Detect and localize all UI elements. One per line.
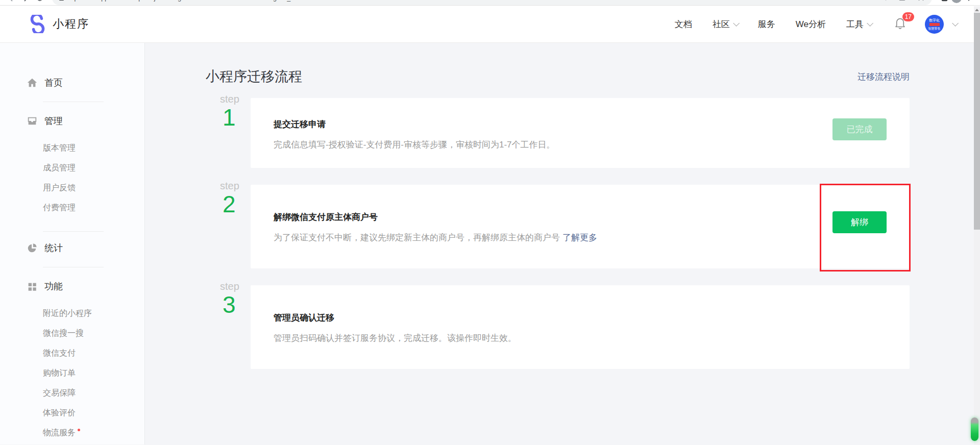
step-1-number: 1 (223, 105, 251, 130)
step-1-card: 提交迁移申请 完成信息填写-授权验证-支付费用-审核等步骤，审核时间为1-7个工… (251, 98, 910, 168)
sidebar-item-shopping-orders[interactable]: 购物订单 (0, 363, 144, 383)
floating-pen-widget[interactable] (971, 417, 978, 441)
sidebar-item-payment-manage[interactable]: 付费管理 (0, 198, 144, 218)
notification-bell-button[interactable]: 17 (894, 16, 906, 32)
avatar-red-band (929, 23, 940, 26)
nav-services[interactable]: 服务 (758, 18, 775, 30)
step-1-indicator: step 1 (220, 98, 251, 168)
step-2-desc: 为了保证支付不中断，建议先绑定新主体的商户号，再解绑原主体的商户号了解更多 (274, 232, 597, 243)
nav-we-analytics[interactable]: We分析 (796, 18, 826, 30)
nav-docs[interactable]: 文档 (675, 18, 692, 30)
miniprogram-logo[interactable]: 小程序 (28, 15, 89, 33)
account-avatar[interactable]: 数字化 智慧零售 (925, 15, 944, 34)
browser-reload-icon[interactable] (33, 0, 47, 5)
features-submenu: 附近的小程序 微信搜一搜 微信支付 购物订单 交易保障 体验评价 物流服务 (0, 304, 144, 443)
app-header: 小程序 文档 社区 服务 We分析 工具 17 数字化 智慧零售 (0, 6, 980, 43)
step-3-number: 3 (223, 292, 251, 317)
browser-forward-icon[interactable] (18, 0, 33, 5)
step-3-card: 管理员确认迁移 管理员扫码确认并签订服务协议，完成迁移。该操作即时生效。 (251, 285, 910, 369)
sidebar-item-nearby-miniprogram[interactable]: 附近的小程序 (0, 304, 144, 324)
site-info-icon[interactable] (59, 0, 64, 1)
search-icon[interactable] (879, 0, 887, 3)
chevron-down-icon (867, 20, 873, 27)
sidebar-divider (43, 231, 104, 232)
step-2-number: 2 (223, 192, 251, 216)
logo-label: 小程序 (53, 16, 89, 32)
page-title: 小程序迁移流程 (206, 68, 302, 85)
sidebar-item-transaction-guarantee[interactable]: 交易保障 (0, 383, 144, 403)
scrollbar-thumb[interactable] (974, 13, 980, 230)
learn-more-link[interactable]: 了解更多 (562, 233, 597, 242)
browser-chrome: mp.weixin.qq.com/wxamp/subjectchange/ind… (0, 0, 980, 6)
sidebar-item-statistics[interactable]: 统计 (0, 237, 144, 259)
step-1-row: step 1 提交迁移申请 完成信息填写-授权验证-支付费用-审核等步骤，审核时… (220, 98, 910, 168)
step-2-card: 解绑微信支付原主体商户号 为了保证支付不中断，建议先绑定新主体的商户号，再解绑原… (251, 185, 910, 268)
sidebar-divider (43, 102, 104, 102)
home-icon (27, 77, 38, 88)
step-1-desc: 完成信息填写-授权验证-支付费用-审核等步骤，审核时间为1-7个工作日。 (274, 139, 555, 151)
account-chevron-down-icon[interactable] (952, 20, 959, 27)
step-3-desc: 管理员扫码确认并签订服务协议，完成迁移。该操作即时生效。 (274, 332, 517, 344)
sidebar-item-user-feedback[interactable]: 用户反馈 (0, 178, 144, 198)
browser-extension-icon[interactable] (937, 0, 951, 5)
sidebar-item-experience-rating[interactable]: 体验评价 (0, 403, 144, 423)
sidebar-divider (43, 267, 104, 267)
sidebar-item-weixin-pay[interactable]: 微信支付 (0, 343, 144, 363)
sidebar: 首页 管理 版本管理 成员管理 用户反馈 付费管理 统计 功能 附近的小程序 微… (0, 43, 145, 444)
unbind-button[interactable]: 解绑 (832, 211, 887, 233)
browser-menu-icon[interactable] (962, 0, 976, 5)
address-bar[interactable]: mp.weixin.qq.com/wxamp/subjectchange/ind… (52, 0, 932, 5)
tray-icon (27, 115, 38, 127)
step-3-title: 管理员确认迁移 (274, 312, 517, 324)
grid-icon (27, 281, 38, 292)
page-scrollbar (974, 6, 980, 445)
scrollbar-up-arrow[interactable] (975, 9, 979, 11)
pie-chart-icon (27, 242, 38, 254)
sidebar-item-features[interactable]: 功能 (0, 275, 144, 298)
step-2-indicator: step 2 (220, 185, 251, 268)
nav-tools[interactable]: 工具 (846, 18, 871, 30)
step-1-title: 提交迁移申请 (274, 118, 555, 130)
share-icon[interactable] (898, 0, 906, 3)
new-feature-dot (78, 429, 80, 431)
chevron-down-icon (733, 20, 740, 27)
step-3-indicator: step 3 (220, 285, 251, 369)
step-3-row: step 3 管理员确认迁移 管理员扫码确认并签订服务协议，完成迁移。该操作即时… (220, 285, 910, 369)
bookmark-star-icon[interactable] (917, 0, 925, 3)
sidebar-item-weixin-search[interactable]: 微信搜一搜 (0, 324, 144, 343)
sidebar-item-logistics-service[interactable]: 物流服务 (0, 423, 144, 443)
sidebar-item-home[interactable]: 首页 (0, 71, 144, 94)
sidebar-item-manage[interactable]: 管理 (0, 110, 144, 132)
browser-profile-avatar[interactable] (951, 0, 962, 3)
miniprogram-logo-icon (28, 15, 46, 33)
migration-guide-link[interactable]: 迁移流程说明 (857, 71, 910, 83)
nav-community[interactable]: 社区 (713, 18, 738, 30)
url-text: mp.weixin.qq.com/wxamp/subjectchange/ind… (69, 0, 300, 2)
completed-button: 已完成 (832, 118, 887, 140)
top-nav: 文档 社区 服务 We分析 工具 (675, 18, 871, 30)
sidebar-item-version-manage[interactable]: 版本管理 (0, 138, 144, 158)
step-2-row: step 2 解绑微信支付原主体商户号 为了保证支付不中断，建议先绑定新主体的商… (220, 185, 910, 268)
main-content: 小程序迁移流程 迁移流程说明 step 1 提交迁移申请 完成信息填写-授权验证… (145, 43, 980, 444)
step-2-title: 解绑微信支付原主体商户号 (274, 211, 597, 223)
sidebar-item-member-manage[interactable]: 成员管理 (0, 158, 144, 178)
migration-steps: step 1 提交迁移申请 完成信息填写-授权验证-支付费用-审核等步骤，审核时… (220, 98, 910, 369)
manage-submenu: 版本管理 成员管理 用户反馈 付费管理 (0, 138, 144, 218)
browser-back-icon[interactable] (4, 0, 18, 5)
notification-badge: 17 (902, 12, 914, 21)
